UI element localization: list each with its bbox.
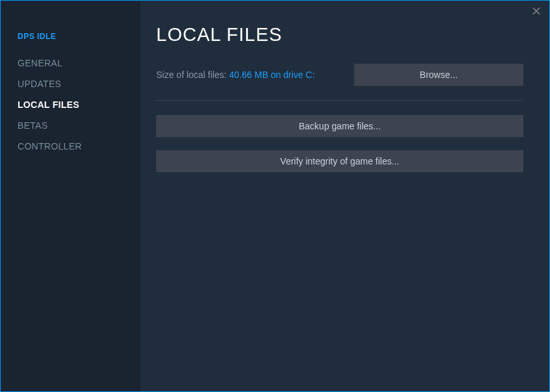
- divider: [156, 100, 523, 101]
- browse-button[interactable]: Browse...: [354, 64, 523, 86]
- sidebar-item-betas[interactable]: BETAS: [1, 115, 141, 136]
- sidebar-item-general[interactable]: GENERAL: [1, 53, 141, 73]
- sidebar: DPS IDLE GENERAL UPDATES LOCAL FILES BET…: [1, 1, 141, 391]
- properties-window: DPS IDLE GENERAL UPDATES LOCAL FILES BET…: [1, 1, 549, 391]
- sidebar-item-controller[interactable]: CONTROLLER: [1, 136, 141, 157]
- size-text: Size of local files: 40.66 MB on drive C…: [156, 70, 315, 80]
- size-link[interactable]: 40.66 MB on drive C:: [229, 70, 315, 80]
- page-title: LOCAL FILES: [156, 24, 523, 46]
- game-title: DPS IDLE: [1, 32, 141, 53]
- size-label: Size of local files:: [156, 70, 229, 80]
- main-panel: LOCAL FILES Size of local files: 40.66 M…: [141, 1, 549, 391]
- backup-button[interactable]: Backup game files...: [156, 115, 523, 137]
- close-button[interactable]: [530, 5, 543, 18]
- close-icon: [532, 7, 540, 15]
- size-row: Size of local files: 40.66 MB on drive C…: [156, 64, 523, 86]
- sidebar-item-updates[interactable]: UPDATES: [1, 73, 141, 94]
- sidebar-item-local-files[interactable]: LOCAL FILES: [1, 94, 141, 115]
- verify-button[interactable]: Verify integrity of game files...: [156, 150, 523, 172]
